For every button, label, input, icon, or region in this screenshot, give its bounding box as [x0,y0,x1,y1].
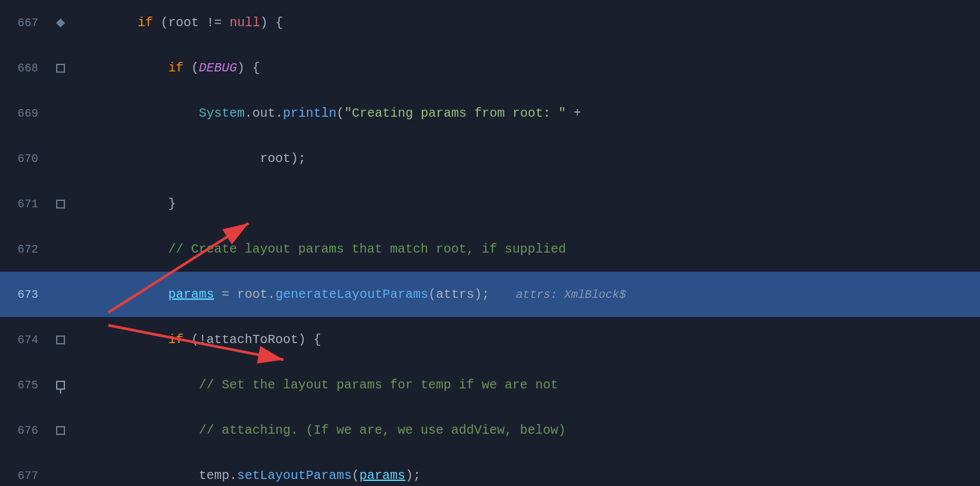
code-content-672: // Create layout params that match root,… [70,226,980,272]
line-number-671: 671 [0,198,51,210]
line-number-668: 668 [0,62,51,75]
code-editor: 667 if (root != null) { 668 if (DEBUG) {… [0,0,980,486]
code-content-667: if (root != null) { [70,0,980,45]
line-number-667: 667 [0,17,51,29]
gutter-675 [51,381,70,390]
line-number-675: 675 [0,379,51,392]
gutter-icon-668 [56,64,65,73]
gutter-icon-675 [56,381,65,390]
code-content-674: if (!attachToRoot) { [70,317,980,362]
gutter-668 [51,64,70,73]
code-line-675: 675 // Set the layout params for temp if… [0,362,980,408]
line-number-669: 669 [0,107,51,120]
gutter-671 [51,200,70,209]
line-number-677: 677 [0,469,51,482]
code-content-677: temp.setLayoutParams(params); [70,453,980,486]
gutter-676 [51,426,70,435]
line-number-670: 670 [0,152,51,165]
code-line-667: 667 if (root != null) { [0,0,980,45]
code-content-670: root); [70,136,980,181]
gutter-674 [51,335,70,344]
code-line-672: 672 // Create layout params that match r… [0,226,980,272]
code-content-676: // attaching. (If we are, we use addView… [70,408,980,453]
code-line-670: 670 root); [0,136,980,181]
gutter-icon-671 [56,200,65,209]
gutter-icon-676 [56,426,65,435]
code-content-668: if (DEBUG) { [70,45,980,91]
code-line-673: 673 params = root.generateLayoutParams(a… [0,272,980,317]
code-content-671: } [70,181,980,226]
code-content-675: // Set the layout params for temp if we … [70,362,980,408]
gutter-icon-674 [56,335,65,344]
code-line-677: 677 temp.setLayoutParams(params); [0,453,980,486]
line-number-674: 674 [0,334,51,346]
line-number-676: 676 [0,424,51,437]
code-line-668: 668 if (DEBUG) { [0,45,980,91]
code-content-669: System.out.println("Creating params from… [70,91,980,136]
code-line-674: 674 if (!attachToRoot) { [0,317,980,362]
line-number-672: 672 [0,243,51,256]
gutter-icon-667 [56,18,65,27]
code-line-669: 669 System.out.println("Creating params … [0,91,980,136]
gutter-667 [51,20,70,26]
code-line-676: 676 // attaching. (If we are, we use add… [0,408,980,453]
line-number-673: 673 [0,288,51,301]
code-content-673: params = root.generateLayoutParams(attrs… [70,272,980,318]
code-line-671: 671 } [0,181,980,226]
